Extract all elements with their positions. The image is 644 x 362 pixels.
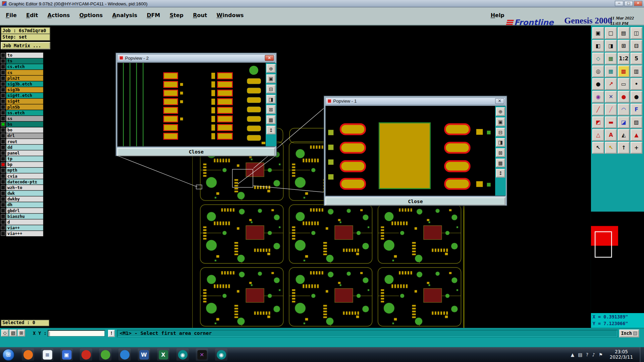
- toolbar-button[interactable]: ╱: [605, 104, 617, 116]
- tray-icon[interactable]: ♪: [592, 352, 595, 357]
- layer-row[interactable]: biaozhu: [1, 214, 43, 219]
- layer-visibility-checkbox[interactable]: [1, 208, 5, 213]
- toolbar-button[interactable]: ◭: [618, 129, 630, 141]
- popview-tool-button[interactable]: ◨: [496, 138, 505, 147]
- toolbar-button[interactable]: ▦: [605, 65, 617, 77]
- layer-visibility-checkbox[interactable]: [1, 82, 5, 86]
- layer-row[interactable]: d: [1, 220, 43, 225]
- toolbar-button[interactable]: △: [592, 129, 604, 141]
- layer-row[interactable]: via+++: [1, 231, 43, 236]
- layer-visibility-checkbox[interactable]: [1, 151, 5, 155]
- layer-row[interactable]: datecode-pt±: [1, 179, 43, 184]
- layer-name[interactable]: panel: [6, 150, 43, 156]
- taskbar-app-icon[interactable]: [99, 349, 111, 361]
- layer-name[interactable]: cs.etch: [6, 64, 43, 69]
- toolbar-button[interactable]: ▭: [618, 78, 630, 90]
- taskbar-app-icon[interactable]: ◉: [176, 349, 189, 361]
- toolbar-button[interactable]: ▧: [631, 116, 643, 128]
- taskbar-app-icon[interactable]: ◉: [215, 349, 227, 361]
- layer-row[interactable]: cs: [1, 70, 43, 75]
- taskbar-app-icon[interactable]: [80, 349, 92, 361]
- layer-name[interactable]: sig3b.etch: [6, 81, 43, 87]
- layer-name[interactable]: bo: [6, 127, 43, 133]
- layer-row[interactable]: to: [1, 53, 43, 58]
- layer-name[interactable]: tp: [6, 156, 43, 162]
- layer-name[interactable]: cs: [6, 70, 43, 75]
- layer-name[interactable]: datecode-pt±: [6, 179, 43, 184]
- layer-row[interactable]: sig4t: [1, 99, 43, 104]
- layer-name[interactable]: dh: [6, 202, 43, 207]
- layer-row[interactable]: tp: [1, 156, 43, 162]
- toolbar-button[interactable]: ▲: [631, 129, 643, 141]
- menu-item[interactable]: File: [6, 12, 17, 18]
- taskbar-app-icon[interactable]: [22, 349, 34, 361]
- popview-tool-button[interactable]: ⊠: [267, 105, 276, 114]
- layer-visibility-checkbox[interactable]: [1, 133, 5, 138]
- layer-visibility-checkbox[interactable]: [1, 70, 5, 75]
- toolbar-button[interactable]: ▦: [605, 53, 617, 65]
- toolbar-button[interactable]: ●: [618, 91, 630, 103]
- popview-tool-button[interactable]: ▣: [496, 118, 505, 126]
- toolbar-button[interactable]: ◧: [592, 40, 604, 52]
- layer-row[interactable]: pln5b: [1, 104, 43, 110]
- layer-name[interactable]: mpth: [6, 168, 43, 173]
- layer-name[interactable]: sig4t: [6, 99, 43, 104]
- toolbar-button[interactable]: ◩: [592, 116, 604, 128]
- popview-tool-button[interactable]: ⊕: [267, 64, 276, 73]
- alert-button[interactable]: !: [108, 330, 115, 337]
- layer-name[interactable]: biaozhu: [6, 214, 43, 219]
- layer-name[interactable]: ss.etch: [6, 110, 43, 116]
- layer-name[interactable]: wzh-to: [6, 185, 43, 190]
- popview-2-close-button[interactable]: Close: [117, 148, 275, 156]
- popview-tool-button[interactable]: ↕: [267, 126, 276, 134]
- toolbar-button[interactable]: ◉: [592, 91, 604, 103]
- layer-name[interactable]: drl: [6, 133, 43, 138]
- layer-visibility-checkbox[interactable]: [1, 197, 5, 201]
- layer-visibility-checkbox[interactable]: [1, 87, 5, 92]
- menu-item[interactable]: Rout: [193, 12, 207, 18]
- minimize-button[interactable]: ─: [615, 1, 624, 6]
- toolbar-button[interactable]: ▬: [605, 116, 617, 128]
- layer-visibility-checkbox[interactable]: [1, 145, 5, 149]
- layer-name[interactable]: via++: [6, 225, 43, 231]
- toolbar-button[interactable]: 5: [631, 53, 643, 65]
- layer-name[interactable]: sig4t.etch: [6, 93, 43, 98]
- toolbar-button[interactable]: ▩: [618, 65, 630, 77]
- toolbar-button[interactable]: ◫: [631, 27, 643, 39]
- layer-visibility-checkbox[interactable]: [1, 116, 5, 121]
- close-button[interactable]: ✕: [634, 1, 642, 6]
- taskbar-app-icon[interactable]: ▣: [60, 349, 73, 361]
- popview-1-close-icon[interactable]: ✕: [495, 98, 504, 104]
- popview-tool-button[interactable]: ▦: [267, 115, 276, 124]
- layer-visibility-checkbox[interactable]: [1, 99, 5, 103]
- popview-1-close-button[interactable]: Close: [325, 197, 505, 205]
- layer-row[interactable]: ss: [1, 116, 43, 121]
- layer-row[interactable]: bp: [1, 162, 43, 167]
- toolbar-button[interactable]: •: [631, 78, 643, 90]
- toolbar-button[interactable]: ◠: [618, 104, 630, 116]
- tray-icon[interactable]: ?: [586, 352, 588, 357]
- layer-name[interactable]: pln5b: [6, 104, 43, 110]
- toolbar-button[interactable]: ▥: [631, 65, 643, 77]
- popview-tool-button[interactable]: ⊠: [496, 148, 505, 157]
- toolbar-button[interactable]: ⊞: [618, 40, 630, 52]
- toolbar-button[interactable]: ●: [631, 91, 643, 103]
- layer-name[interactable]: bp: [6, 162, 43, 167]
- layer-row[interactable]: dh: [1, 202, 43, 207]
- layer-name[interactable]: pln2t: [6, 76, 43, 81]
- layer-visibility-checkbox[interactable]: [1, 59, 5, 63]
- job-matrix-button[interactable]: Job Matrix ...: [1, 42, 50, 49]
- layer-name[interactable]: gbdrl: [6, 208, 43, 213]
- popview-2-art[interactable]: [118, 63, 266, 146]
- layer-row[interactable]: dd: [1, 145, 43, 150]
- layer-name[interactable]: cvia: [6, 173, 43, 179]
- layer-visibility-checkbox[interactable]: [1, 180, 5, 184]
- units-selector[interactable]: Inch: [620, 329, 639, 337]
- popview-tool-button[interactable]: ▣: [267, 74, 276, 83]
- layer-row[interactable]: rout: [1, 139, 43, 144]
- layer-name[interactable]: dd: [6, 145, 43, 150]
- layer-visibility-checkbox[interactable]: [1, 185, 5, 190]
- tray-icon[interactable]: ▤: [578, 352, 582, 357]
- layer-row[interactable]: wzh-to: [1, 185, 43, 190]
- layer-row[interactable]: cvia: [1, 173, 43, 179]
